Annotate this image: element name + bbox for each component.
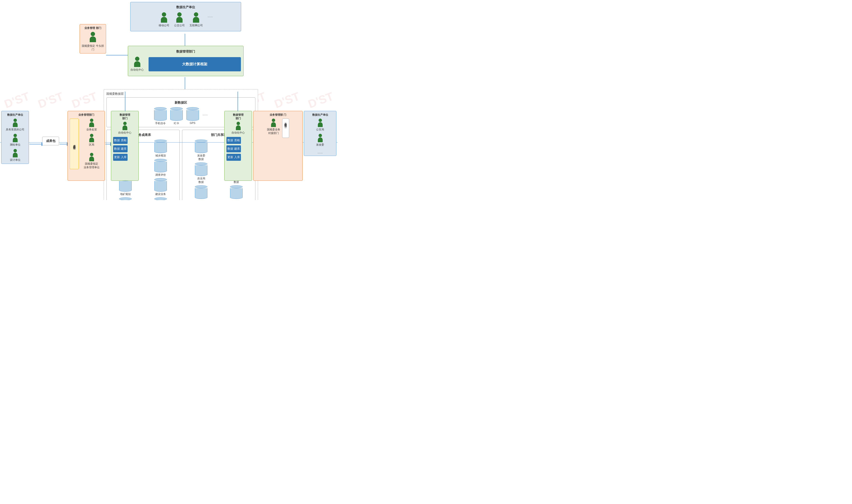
update-store-right-box: 更新 入库 xyxy=(227,154,241,161)
agriculture-label: 农业局 数据 xyxy=(197,177,205,184)
bus-company-label: 公交公司 xyxy=(174,24,185,27)
data-build-left-box: 数据 建库 xyxy=(113,145,128,152)
person-district-bureau xyxy=(89,134,94,142)
top-ellipsis: …… xyxy=(208,15,213,18)
update-store-left-box: 更新 入库 xyxy=(113,154,128,161)
mobile-signal-label: 手机信令 xyxy=(155,122,166,125)
internet-company-label: 互联网公司 xyxy=(190,24,203,27)
person-icon-bus xyxy=(176,12,182,23)
person-survey-unit xyxy=(13,134,18,142)
shared-data-req-label: 共享 数据要 求 xyxy=(284,120,287,124)
data-build-right-box: 数据 建库 xyxy=(227,145,241,152)
results-submit-standard: 成果提交标准 xyxy=(70,119,79,169)
person-biz-office xyxy=(89,119,94,127)
urban-rural-label: 城乡规划 xyxy=(155,154,166,157)
design-unit-label: 设计单位 xyxy=(10,158,20,162)
person-auto-center-left xyxy=(123,122,127,130)
biz-mgmt-dept-top: 业务管理 部门 国规委指定 牛头部门 xyxy=(79,24,106,54)
biz-office-label: 业务处室 xyxy=(86,128,97,131)
results-package-label: 成果包 xyxy=(46,139,55,143)
automation-center-label: 自动化中心 xyxy=(130,68,144,72)
left-data-prod-unit: 数据生产单位 具有资质的公司 测绘单位 xyxy=(1,111,29,164)
gps-label: GPS xyxy=(190,122,195,124)
shared-data-req-box: 共享 数据要 求 xyxy=(282,119,289,138)
data-quality-check-left-box: 数据 质检 xyxy=(113,137,128,144)
data-mgmt-title: 数据管理部门 xyxy=(130,49,241,55)
bigdata-label: 大数据计算框架 xyxy=(182,62,207,66)
data-mgmt-dept-bottom-left: 数据管理 部门 自动化中心 数据 质检 数据 建库 更新 入库 xyxy=(111,111,139,181)
ic-card-label: IC卡 xyxy=(174,122,179,125)
survey-unit-label: 测绘单位 xyxy=(10,143,20,147)
data-quality-check-right-box: 数据 质检 xyxy=(227,137,241,144)
person-icon-auto-center xyxy=(134,57,140,67)
biz-mgmt-title-bottom: 业务管理部门 xyxy=(70,113,103,116)
national-biz-interface-label: 国规委业务 对接部门 xyxy=(267,128,280,135)
new-data-zone-title: 新数据区 xyxy=(108,100,253,106)
db-dev-reform: 发改委 数据 xyxy=(184,140,218,161)
db-gps: GPS xyxy=(187,107,199,125)
more-label: …… xyxy=(202,113,208,116)
district-bureau-label: 区局 xyxy=(89,143,94,147)
construction-biz-label: 建设业务 xyxy=(155,192,166,196)
results-submit-standard-label: 成果提交标准 xyxy=(73,142,76,145)
data-mgmt-title-bottom-right: 数据管理 部门 xyxy=(227,113,250,120)
dev-reform-label: 发改委 数据 xyxy=(197,154,205,161)
biz-mgmt-title-top: 业务管理 部门 xyxy=(82,26,104,30)
db-construction-biz: 建设业务 xyxy=(144,178,177,196)
right-ellipsis: …… xyxy=(318,151,323,154)
national-designated-biz-label: 国规委指定 业务管理单位 xyxy=(84,162,100,169)
person-police-bureau xyxy=(318,119,323,127)
db-agriculture: 农业局 数据 xyxy=(184,162,218,184)
db-supervision: 监管业务 xyxy=(144,197,177,200)
biz-mgmt-dept-bottom-left: 业务管理部门 成果提交标准 业务处室 xyxy=(68,111,105,181)
person-design-unit xyxy=(13,149,18,157)
data-mgmt-dept-bottom-right: 数据管理 部门 自动化中心 数据 质检 数据 建库 更新 入库 xyxy=(224,111,252,181)
police-bureau-label: 公安局 xyxy=(316,128,324,131)
vline-left-datamgmt-up xyxy=(125,92,125,111)
person-auto-center-right xyxy=(236,122,241,130)
mobile-company-label: 移动公司 xyxy=(159,24,169,27)
person-dev-reform-comm xyxy=(318,134,323,142)
right-data-prod-title: 数据生产单位 xyxy=(306,113,334,116)
public-security-label: 公安局 数据 xyxy=(232,200,241,200)
national-data-layer-title: 国规委数据层 xyxy=(106,92,255,96)
left-data-prod-title: 数据生产单位 xyxy=(3,113,27,116)
db-land-biz: 土地业务 xyxy=(108,197,142,200)
right-data-prod-unit: 数据生产单位 公安局 发改委 …… xyxy=(304,111,336,156)
results-package-box: 成果包 xyxy=(42,137,59,145)
qualified-company-label: 具有资质的公司 xyxy=(6,128,24,131)
person-national-biz-right xyxy=(271,119,276,127)
bigdata-framework-box: 大数据计算框架 xyxy=(148,57,241,71)
db-survey-eval: 调查评价 xyxy=(144,159,177,177)
vline-right-datamgmt-up xyxy=(237,92,238,111)
data-production-unit-top: 数据生产单位 移动公司 公交公司 xyxy=(130,2,241,31)
vline-prod-to-mgmt xyxy=(185,34,185,46)
auto-center-left-label: 自动化中心 xyxy=(118,131,131,134)
survey-eval-label: 调查评价 xyxy=(155,173,166,177)
person-national-biz xyxy=(89,153,94,161)
biz-mgmt-dept-bottom-right: 业务管理部 门 国规委业务 对接部门 共享 数据要 求 xyxy=(253,111,303,181)
data-mgmt-title-bottom-left: 数据管理 部门 xyxy=(113,113,137,120)
db-more: …… xyxy=(202,107,208,125)
data-prod-unit-title: 数据生产单位 xyxy=(132,4,239,11)
mining-plan-label: 地矿规划 xyxy=(120,192,131,196)
data-mgmt-dept-top: 数据管理部门 自动化中心 大数据计算框架 xyxy=(128,46,244,76)
db-mobile-signal: 手机信令 xyxy=(154,107,167,125)
auto-center-right-label: 自动化中心 xyxy=(231,131,245,134)
db-civil-affairs: 民政局 数据 xyxy=(184,185,218,200)
biz-mgmt-title-right: 业务管理部 门 xyxy=(255,113,301,116)
person-icon-mobile xyxy=(161,12,167,23)
national-designated-label: 国规委指定 牛头部门 xyxy=(82,44,104,51)
civil-affairs-label: 民政局 数据 xyxy=(197,200,205,200)
db-mining-plan: 地矿规划 xyxy=(108,178,142,196)
db-ic-card: IC卡 xyxy=(170,107,183,125)
db-public-security: 公安局 数据 xyxy=(219,185,253,200)
person-qualified-company xyxy=(13,119,18,127)
dev-reform-comm-label: 发改委 xyxy=(316,143,324,147)
person-icon-biz-mgmt xyxy=(90,32,96,42)
person-icon-internet xyxy=(193,12,199,23)
